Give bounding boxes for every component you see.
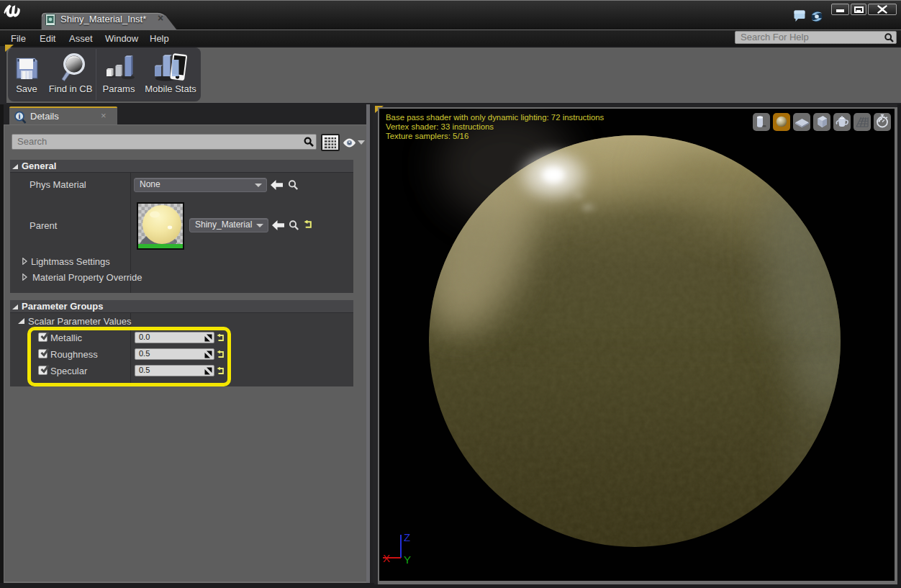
svg-text:Y: Y (404, 553, 411, 566)
svg-text:X: X (383, 552, 390, 564)
svg-text:Z: Z (404, 531, 410, 543)
svg-text:i: i (19, 112, 21, 120)
